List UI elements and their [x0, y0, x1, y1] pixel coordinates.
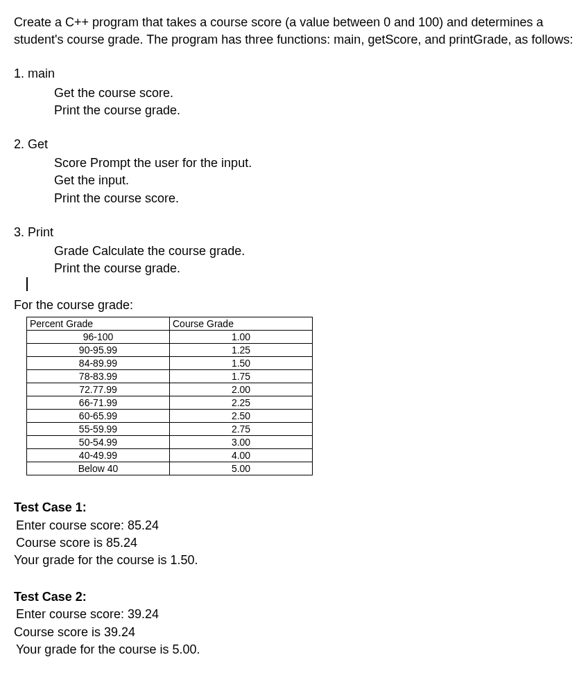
list-item-1: 1. main Get the course score. Print the … [14, 65, 574, 119]
table-row: 96-1001.00 [27, 331, 313, 344]
table-header: Course Grade [170, 317, 313, 331]
table-row: 60-65.992.50 [27, 410, 313, 423]
item-sub: Get the course score. [14, 85, 574, 102]
test-case-1: Test Case 1: Enter course score: 85.24 C… [14, 499, 574, 569]
text-cursor [14, 277, 574, 292]
table-header: Percent Grade [27, 317, 170, 331]
table-row: 40-49.994.00 [27, 449, 313, 462]
table-cell: 2.00 [170, 383, 313, 396]
item-heading: 1. main [14, 65, 574, 82]
table-cell: 50-54.99 [27, 436, 170, 449]
test-case-line: Your grade for the course is 5.00. [16, 641, 574, 658]
test-case-title: Test Case 2: [14, 588, 574, 606]
table-row: 55-59.992.75 [27, 423, 313, 436]
table-row: 78-83.991.75 [27, 370, 313, 383]
table-cell: 5.00 [170, 462, 313, 475]
item-heading: 2. Get [14, 136, 574, 153]
test-case-2: Test Case 2: Enter course score: 39.24 C… [14, 588, 574, 658]
test-case-line: Your grade for the course is 1.50. [14, 552, 574, 569]
table-row: 72.77.992.00 [27, 383, 313, 396]
intro-paragraph: Create a C++ program that takes a course… [14, 14, 574, 49]
item-sub: Score Prompt the user for the input. [14, 155, 574, 172]
table-cell: 72.77.99 [27, 383, 170, 396]
table-cell: 66-71.99 [27, 396, 170, 410]
table-row: 50-54.993.00 [27, 436, 313, 449]
test-case-line: Course score is 39.24 [14, 624, 574, 641]
table-row: 84-89.991.50 [27, 357, 313, 370]
test-case-line: Enter course score: 85.24 [16, 517, 574, 534]
table-cell: 60-65.99 [27, 410, 170, 423]
table-cell: 2.75 [170, 423, 313, 436]
table-cell: 2.25 [170, 396, 313, 410]
item-heading: 3. Print [14, 224, 574, 241]
table-cell: 2.50 [170, 410, 313, 423]
test-case-line: Enter course score: 39.24 [16, 606, 574, 623]
table-cell: 96-100 [27, 331, 170, 344]
table-header-row: Percent Grade Course Grade [27, 317, 313, 331]
test-case-title: Test Case 1: [14, 499, 574, 516]
table-cell: 3.00 [170, 436, 313, 449]
item-sub: Grade Calculate the course grade. [14, 243, 574, 260]
list-item-2: 2. Get Score Prompt the user for the inp… [14, 136, 574, 207]
table-row: 90-95.991.25 [27, 344, 313, 357]
table-cell: 1.50 [170, 357, 313, 370]
item-sub: Print the course grade. [14, 102, 574, 119]
grade-table: Percent Grade Course Grade 96-1001.00 90… [26, 317, 313, 475]
item-sub: Print the course grade. [14, 260, 574, 277]
table-cell: 1.00 [170, 331, 313, 344]
item-sub: Print the course score. [14, 190, 574, 207]
table-cell: 40-49.99 [27, 449, 170, 462]
table-cell: Below 40 [27, 462, 170, 475]
table-row: 66-71.992.25 [27, 396, 313, 410]
table-cell: 90-95.99 [27, 344, 170, 357]
table-caption: For the course grade: [14, 297, 574, 314]
table-cell: 1.75 [170, 370, 313, 383]
table-row: Below 405.00 [27, 462, 313, 475]
list-item-3: 3. Print Grade Calculate the course grad… [14, 224, 574, 278]
item-sub: Get the input. [14, 172, 574, 189]
test-case-line: Course score is 85.24 [16, 534, 574, 552]
table-cell: 78-83.99 [27, 370, 170, 383]
table-cell: 4.00 [170, 449, 313, 462]
table-cell: 84-89.99 [27, 357, 170, 370]
table-cell: 1.25 [170, 344, 313, 357]
table-cell: 55-59.99 [27, 423, 170, 436]
